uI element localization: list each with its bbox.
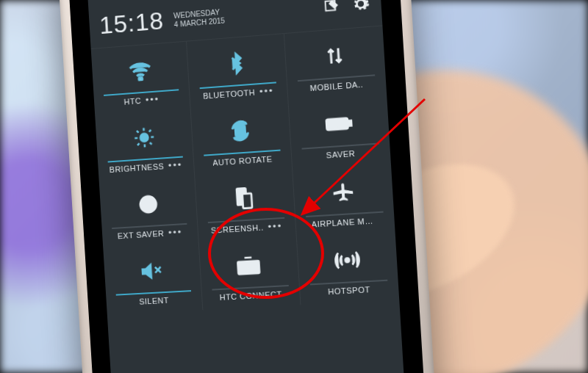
tile-saver[interactable]: SAVER xyxy=(287,95,391,170)
cast-icon xyxy=(236,255,262,277)
leaf-icon xyxy=(137,193,159,216)
svg-point-1 xyxy=(139,77,143,81)
tile-label: SILENT xyxy=(139,296,169,306)
tile-screenshot[interactable]: SCREENSH..••• xyxy=(195,170,296,243)
more-dots-icon[interactable]: ••• xyxy=(168,229,183,236)
tile-label: EXT SAVER xyxy=(117,229,164,241)
edit-tiles-button[interactable] xyxy=(320,0,341,17)
more-dots-icon[interactable]: ••• xyxy=(259,88,274,95)
tile-label: MOBILE DA.. xyxy=(309,80,363,93)
tile-label: BRIGHTNESS xyxy=(109,162,164,174)
wifi-icon xyxy=(127,59,153,82)
tile-hotspot[interactable]: HOTSPOT xyxy=(295,231,399,305)
airplane-icon xyxy=(330,180,356,203)
tile-label: HOTSPOT xyxy=(328,285,370,296)
tile-airplane-mode[interactable]: AIRPLANE MODE xyxy=(292,163,395,237)
bluetooth-icon xyxy=(228,51,245,76)
tile-label: BLUETOOTH xyxy=(203,88,256,101)
date-block: WEDNESDAY 4 MARCH 2015 xyxy=(173,7,225,30)
tile-silent[interactable]: SILENT xyxy=(103,243,202,315)
tile-ext-saver[interactable]: EXT SAVER••• xyxy=(99,175,198,248)
clock-time: 15:18 xyxy=(98,7,165,37)
tile-label: AIRPLANE MODE xyxy=(311,216,379,229)
brightness-icon xyxy=(132,125,156,150)
phone-glass: No SIM card 15:18 WEDNESDAY 4 MARCH 2015 xyxy=(68,0,429,373)
svg-point-10 xyxy=(345,258,349,263)
tile-label: AUTO ROTATE xyxy=(212,154,273,167)
rotate-icon xyxy=(229,118,254,143)
more-dots-icon[interactable]: ••• xyxy=(146,96,160,103)
settings-button[interactable] xyxy=(351,0,371,14)
tile-label: SCREENSH.. xyxy=(211,223,264,235)
tile-mobile-data[interactable]: MOBILE DA.. xyxy=(284,26,387,101)
screenshot-icon xyxy=(233,186,257,211)
svg-rect-8 xyxy=(243,193,252,208)
more-dots-icon[interactable]: ••• xyxy=(168,162,183,169)
clock-block[interactable]: 15:18 xyxy=(98,7,165,37)
data-arrows-icon xyxy=(323,44,346,68)
svg-rect-5 xyxy=(348,120,351,126)
tile-auto-rotate[interactable]: AUTO ROTATE xyxy=(190,101,292,175)
quick-settings-screen: No SIM card 15:18 WEDNESDAY 4 MARCH 2015 xyxy=(87,0,409,373)
more-dots-icon[interactable]: ••• xyxy=(268,223,282,230)
tile-htc-connect[interactable]: HTC CONNECT xyxy=(198,237,300,310)
gear-icon xyxy=(351,0,370,13)
phone-body: No SIM card 15:18 WEDNESDAY 4 MARCH 2015 xyxy=(57,0,440,373)
tile-label: HTC CONNECT xyxy=(219,290,282,302)
svg-point-2 xyxy=(140,134,148,142)
quick-settings-grid: HTC••• BLUETOOTH••• MOBILE DA.. BRIGHTNE… xyxy=(91,26,400,314)
hotspot-icon xyxy=(334,248,360,272)
mute-icon xyxy=(140,259,165,283)
tile-label: HTC xyxy=(123,96,141,106)
tile-brightness[interactable]: BRIGHTNESS••• xyxy=(95,109,194,182)
battery-icon xyxy=(325,115,353,133)
tile-wifi[interactable]: HTC••• xyxy=(91,42,190,116)
edit-icon xyxy=(323,0,340,15)
tile-label: SAVER xyxy=(326,149,355,160)
tile-bluetooth[interactable]: BLUETOOTH••• xyxy=(186,34,287,109)
svg-rect-4 xyxy=(326,118,348,131)
